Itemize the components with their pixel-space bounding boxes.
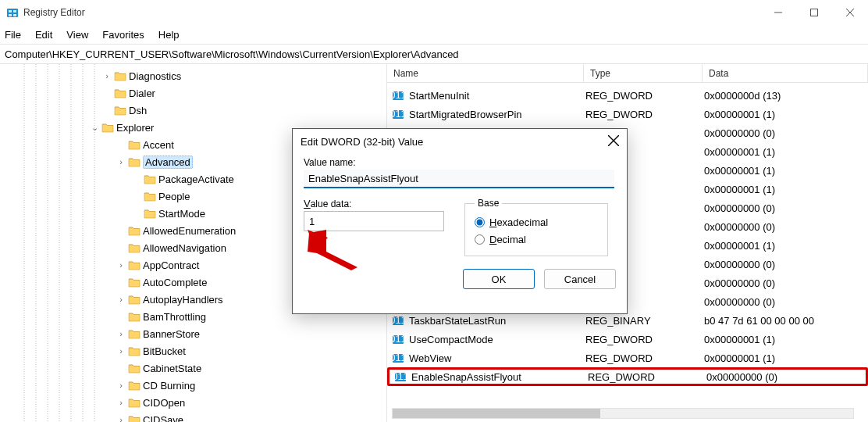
value-row[interactable]: 011StartMenuInitREG_DWORD0x0000000d (13) bbox=[387, 86, 868, 105]
menu-edit[interactable]: Edit bbox=[35, 29, 52, 41]
value-name: TaskbarStateLastRun bbox=[409, 315, 506, 327]
svg-rect-2 bbox=[13, 10, 16, 13]
tree-item-label: CIDSave bbox=[143, 414, 183, 423]
menu-bar: File Edit View Favorites Help bbox=[0, 25, 868, 44]
value-data: 0x00000001 (1) bbox=[698, 240, 868, 252]
address-text: Computer\HKEY_CURRENT_USER\Software\Micr… bbox=[5, 48, 459, 60]
value-data: 0x0000000d (13) bbox=[698, 90, 868, 102]
value-data: 0x00000001 (1) bbox=[698, 146, 868, 158]
cancel-button[interactable]: Cancel bbox=[544, 269, 616, 289]
value-type: REG_DWORD bbox=[579, 352, 698, 364]
value-data-input[interactable] bbox=[304, 211, 444, 231]
radio-hexadecimal[interactable] bbox=[475, 217, 485, 227]
titlebar: Registry Editor bbox=[0, 0, 868, 25]
radio-hexadecimal-label[interactable]: Hexadecimal bbox=[489, 216, 548, 228]
svg-rect-6 bbox=[811, 9, 818, 16]
folder-icon bbox=[144, 191, 156, 202]
address-bar[interactable]: Computer\HKEY_CURRENT_USER\Software\Micr… bbox=[0, 44, 868, 64]
value-name: EnableSnapAssistFlyout bbox=[411, 371, 521, 383]
svg-rect-3 bbox=[9, 14, 12, 16]
window-title: Registry Editor bbox=[23, 7, 85, 18]
value-row[interactable]: 011StartMigratedBrowserPinREG_DWORD0x000… bbox=[387, 105, 868, 123]
radio-decimal[interactable] bbox=[475, 234, 485, 245]
svg-text:011: 011 bbox=[392, 352, 404, 363]
tree-item-label: BannerStore bbox=[143, 328, 200, 340]
value-name-input[interactable] bbox=[304, 170, 614, 188]
value-data-label: Value data: bbox=[304, 198, 444, 209]
value-row[interactable]: 011WebViewREG_DWORD0x00000001 (1) bbox=[387, 349, 868, 367]
tree-item-label: Advanced bbox=[143, 156, 193, 169]
value-data: 0x00000001 (1) bbox=[698, 165, 868, 177]
value-type: REG_DWORD bbox=[579, 334, 698, 345]
close-button[interactable] bbox=[832, 0, 868, 25]
svg-rect-4 bbox=[13, 14, 16, 16]
tree-item-label: AutoplayHandlers bbox=[143, 294, 223, 306]
tree-item-label: People bbox=[158, 191, 190, 202]
value-name-label: Value name: bbox=[304, 157, 616, 168]
value-data: 0x00000000 (0) bbox=[698, 202, 868, 214]
value-type: REG_BINARY bbox=[579, 315, 698, 327]
value-data: 0x00000001 (1) bbox=[698, 184, 868, 195]
tree-item-label: AppContract bbox=[143, 259, 199, 271]
dialog-close-button[interactable] bbox=[608, 135, 619, 148]
maximize-button[interactable] bbox=[796, 0, 832, 25]
folder-icon bbox=[144, 208, 156, 219]
value-name: StartMigratedBrowserPin bbox=[409, 109, 522, 120]
dword-icon: 011 bbox=[392, 333, 404, 345]
tree-item-label: BitBucket bbox=[143, 345, 186, 357]
svg-text:011: 011 bbox=[392, 89, 404, 101]
col-name[interactable]: Name bbox=[387, 64, 584, 82]
tree-item-label: BamThrottling bbox=[143, 311, 206, 323]
svg-rect-1 bbox=[9, 10, 12, 13]
value-data: 0x00000001 (1) bbox=[698, 352, 868, 364]
tree-item-label: CabinetState bbox=[143, 363, 201, 374]
col-data[interactable]: Data bbox=[703, 64, 868, 82]
value-name: WebView bbox=[409, 352, 451, 364]
value-name: StartMenuInit bbox=[409, 90, 469, 102]
svg-text:011: 011 bbox=[394, 370, 407, 382]
dword-icon: 011 bbox=[394, 370, 407, 383]
value-data: b0 47 7d 61 00 00 00 00 bbox=[698, 315, 868, 327]
value-type: REG_DWORD bbox=[579, 90, 698, 102]
value-data: 0x00000000 (0) bbox=[698, 127, 868, 139]
svg-text:011: 011 bbox=[392, 108, 404, 120]
value-type: REG_DWORD bbox=[579, 109, 698, 120]
menu-file[interactable]: File bbox=[5, 29, 21, 41]
regedit-app-icon bbox=[6, 6, 19, 19]
svg-text:011: 011 bbox=[392, 314, 404, 326]
minimize-button[interactable] bbox=[760, 0, 796, 25]
tree-guides bbox=[0, 64, 141, 422]
tree-item-label: PackageActivate bbox=[158, 173, 234, 185]
ok-button[interactable]: OK bbox=[463, 269, 535, 289]
dword-icon: 011 bbox=[392, 108, 404, 120]
value-data: 0x00000000 (0) bbox=[698, 259, 868, 270]
horizontal-scrollbar[interactable] bbox=[392, 408, 854, 419]
tree-item-label: CD Burning bbox=[143, 380, 195, 392]
value-data: 0x00000000 (0) bbox=[698, 296, 868, 308]
tree-item-label: AllowedNavigation bbox=[143, 242, 226, 254]
edit-dword-dialog: Edit DWORD (32-bit) Value Value name: Va… bbox=[292, 128, 628, 314]
base-legend: Base bbox=[475, 198, 502, 209]
dword-icon: 011 bbox=[392, 352, 404, 364]
window-controls bbox=[760, 0, 868, 25]
menu-favorites[interactable]: Favorites bbox=[102, 29, 144, 41]
value-data: 0x00000000 (0) bbox=[698, 221, 868, 233]
dword-icon: 011 bbox=[392, 89, 404, 102]
value-data: 0x00000001 (1) bbox=[698, 334, 868, 345]
folder-icon bbox=[144, 173, 156, 184]
tree-item-label: AllowedEnumeration bbox=[143, 225, 236, 237]
tree-item-label: StartMode bbox=[158, 208, 205, 220]
value-data: 0x00000001 (1) bbox=[698, 109, 868, 120]
value-row[interactable]: 011UseCompactModeREG_DWORD0x00000001 (1) bbox=[387, 330, 868, 349]
list-header: Name Type Data bbox=[387, 64, 868, 83]
menu-help[interactable]: Help bbox=[158, 29, 180, 41]
col-type[interactable]: Type bbox=[584, 64, 703, 82]
value-name: UseCompactMode bbox=[409, 334, 493, 345]
dword-icon: 011 bbox=[392, 314, 404, 327]
dialog-title: Edit DWORD (32-bit) Value bbox=[301, 136, 423, 148]
menu-view[interactable]: View bbox=[66, 29, 88, 41]
svg-text:011: 011 bbox=[392, 333, 404, 345]
value-type: REG_DWORD bbox=[582, 371, 700, 383]
value-row[interactable]: 011EnableSnapAssistFlyoutREG_DWORD0x0000… bbox=[387, 367, 868, 386]
radio-decimal-label[interactable]: Decimal bbox=[489, 234, 526, 245]
